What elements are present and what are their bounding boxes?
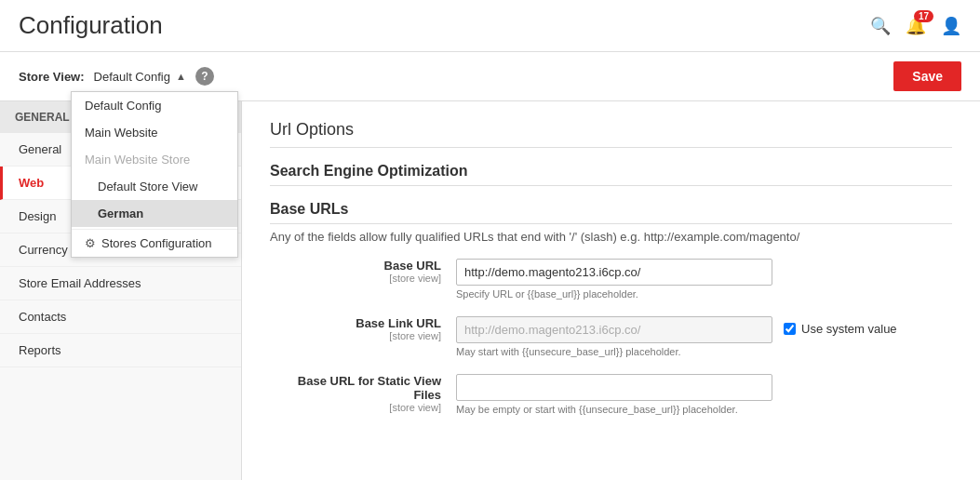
use-system-value-checkbox[interactable] <box>784 323 796 335</box>
search-icon: 🔍 <box>870 17 891 35</box>
help-icon[interactable]: ? <box>195 67 214 86</box>
search-button[interactable]: 🔍 <box>870 16 891 36</box>
static-url-input[interactable] <box>456 374 772 401</box>
chevron-up-icon: ▲ <box>176 71 186 82</box>
store-view-label: Store View: <box>19 70 85 84</box>
static-url-control: May be empty or start with {{unsecure_ba… <box>456 374 952 415</box>
base-link-url-hint: May start with {{unsecure_base_url}} pla… <box>456 346 952 357</box>
gear-icon: ⚙ <box>85 236 96 250</box>
sidebar-item-reports[interactable]: Reports <box>0 334 241 367</box>
seo-title: Search Engine Optimization <box>270 163 952 186</box>
base-link-url-row: Use system value <box>456 316 952 343</box>
dropdown-item-default-store-view[interactable]: Default Store View <box>72 173 237 200</box>
notification-badge: 17 <box>914 10 933 22</box>
use-system-value-label: Use system value <box>801 322 897 336</box>
system-value-wrap: Use system value <box>784 322 897 336</box>
base-link-url-control: Use system value May start with {{unsecu… <box>456 316 952 357</box>
dropdown-item-german[interactable]: German <box>72 200 237 227</box>
base-url-input[interactable] <box>456 259 772 286</box>
static-url-hint: May be empty or start with {{unsecure_ba… <box>456 404 952 415</box>
form-row-base-link-url: Base Link URL [store view] Use system va… <box>270 316 952 357</box>
sidebar-section-label: GENERAL <box>15 111 70 124</box>
base-url-label: Base URL [store view] <box>270 259 456 284</box>
page-title: Configuration <box>19 11 163 40</box>
base-url-label-main: Base URL <box>270 259 441 273</box>
store-view-selected: Default Config <box>94 70 170 84</box>
base-urls-title: Base URLs <box>270 201 952 224</box>
base-link-url-input[interactable] <box>456 316 772 343</box>
static-url-label-main: Base URL for Static View Files <box>270 374 441 402</box>
notification-button[interactable]: 🔔 17 <box>906 16 926 36</box>
header: Configuration 🔍 🔔 17 👤 <box>0 0 980 52</box>
user-icon: 👤 <box>941 17 961 35</box>
content-area: Url Options Search Engine Optimization B… <box>242 101 980 480</box>
static-url-label-sub: [store view] <box>270 402 441 413</box>
form-row-static-url: Base URL for Static View Files [store vi… <box>270 374 952 415</box>
base-urls-description: Any of the fields allow fully qualified … <box>270 230 952 244</box>
store-view-bar: Store View: Default Config ▲ ? Default C… <box>0 52 980 101</box>
store-view-dropdown[interactable]: Default Config ▲ <box>94 70 186 84</box>
sidebar-item-store-email[interactable]: Store Email Addresses <box>0 267 241 300</box>
base-link-url-label-sub: [store view] <box>270 330 441 341</box>
url-options-title: Url Options <box>270 120 952 148</box>
header-icons: 🔍 🔔 17 👤 <box>870 16 961 36</box>
save-button[interactable]: Save <box>893 61 961 91</box>
stores-config-label: Stores Configuration <box>101 236 212 250</box>
base-url-label-sub: [store view] <box>270 273 441 284</box>
base-url-control: Specify URL or {{base_url}} placeholder. <box>456 259 952 300</box>
sidebar-item-contacts[interactable]: Contacts <box>0 300 241 334</box>
dropdown-item-main-website[interactable]: Main Website <box>72 119 237 146</box>
base-url-hint: Specify URL or {{base_url}} placeholder. <box>456 288 952 300</box>
static-url-label: Base URL for Static View Files [store vi… <box>270 374 456 413</box>
store-view-dropdown-menu: Default Config Main Website Main Website… <box>71 91 238 258</box>
user-button[interactable]: 👤 <box>941 16 961 36</box>
dropdown-item-default-config[interactable]: Default Config <box>72 92 237 119</box>
base-link-url-label-main: Base Link URL <box>270 316 441 330</box>
form-row-base-url: Base URL [store view] Specify URL or {{b… <box>270 259 952 300</box>
dropdown-item-stores-config[interactable]: ⚙ Stores Configuration <box>72 229 237 257</box>
dropdown-item-main-website-store: Main Website Store <box>72 146 237 173</box>
base-link-url-label: Base Link URL [store view] <box>270 316 456 341</box>
